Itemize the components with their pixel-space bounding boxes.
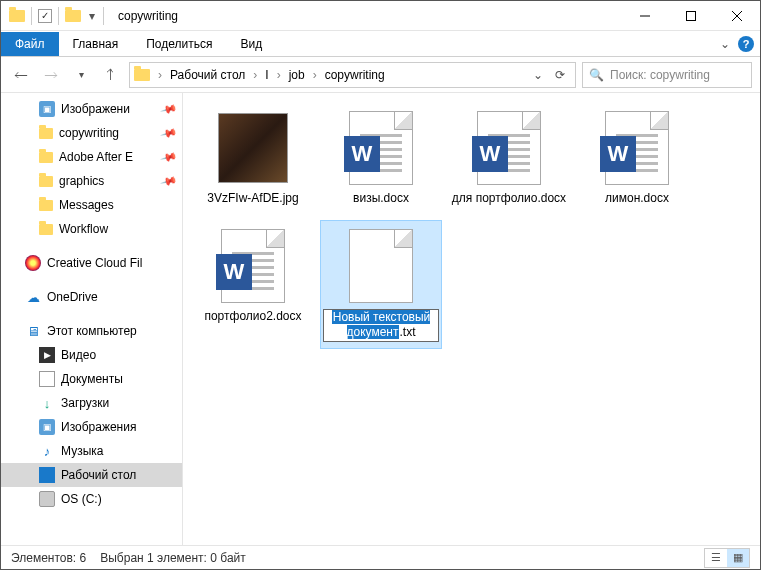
nav-item-creativecloud[interactable]: Creative Cloud Fil <box>1 251 182 275</box>
breadcrumb-segment[interactable]: job <box>285 68 309 82</box>
file-item[interactable]: 3VzFIw-AfDE.jpg <box>193 103 313 213</box>
forward-button[interactable]: 🡒 <box>39 63 63 87</box>
creativecloud-icon <box>25 255 41 271</box>
file-name: портфолио2.docx <box>195 309 311 325</box>
nav-item[interactable]: ▣Изображени📌 <box>1 97 182 121</box>
ribbon-expand-icon[interactable]: ⌄ <box>712 37 738 51</box>
icons-view-button[interactable]: ▦ <box>727 549 749 567</box>
nav-item[interactable]: ▶Видео <box>1 343 182 367</box>
qat-overflow-icon[interactable]: ▾ <box>87 9 97 23</box>
pin-icon: 📌 <box>160 124 179 142</box>
nav-item[interactable]: copywriting📌 <box>1 121 182 145</box>
nav-item[interactable]: Messages <box>1 193 182 217</box>
address-dropdown-icon[interactable]: ⌄ <box>529 68 547 82</box>
separator <box>58 7 59 25</box>
documents-icon <box>39 371 55 387</box>
word-icon: W <box>472 136 508 172</box>
nav-label: graphics <box>59 174 104 188</box>
tab-view[interactable]: Вид <box>226 32 276 56</box>
nav-item[interactable]: graphics📌 <box>1 169 182 193</box>
maximize-button[interactable] <box>668 1 714 31</box>
chevron-right-icon[interactable]: › <box>251 68 259 82</box>
address-bar-row: 🡐 🡒 ▾ 🡑 › Рабочий стол › I › job › copyw… <box>1 57 760 93</box>
desktop-icon <box>39 467 55 483</box>
breadcrumb-segment[interactable]: copywriting <box>321 68 389 82</box>
search-placeholder: Поиск: copywriting <box>610 68 710 82</box>
word-icon: W <box>216 254 252 290</box>
breadcrumb-segment[interactable]: I <box>261 68 272 82</box>
address-bar[interactable]: › Рабочий стол › I › job › copywriting ⌄… <box>129 62 576 88</box>
nav-label: Изображения <box>61 420 136 434</box>
file-item[interactable]: W визы.docx <box>321 103 441 213</box>
chevron-right-icon[interactable]: › <box>311 68 319 82</box>
help-icon[interactable]: ? <box>738 36 754 52</box>
titlebar[interactable]: ✓ ▾ copywriting <box>1 1 760 31</box>
file-name: 3VzFIw-AfDE.jpg <box>195 191 311 207</box>
file-item[interactable]: W портфолио2.docx <box>193 221 313 348</box>
nav-label: Creative Cloud Fil <box>47 256 142 270</box>
body: ▣Изображени📌 copywriting📌 Adobe After E📌… <box>1 93 760 545</box>
pictures-icon: ▣ <box>39 419 55 435</box>
app-icon[interactable] <box>9 10 25 22</box>
back-button[interactable]: 🡐 <box>9 63 33 87</box>
pin-icon: 📌 <box>160 100 179 118</box>
thumbnail: W <box>598 109 676 187</box>
thumbnail <box>342 227 420 305</box>
nav-label: Рабочий стол <box>61 468 136 482</box>
search-input[interactable]: 🔍 Поиск: copywriting <box>582 62 752 88</box>
recent-locations-icon[interactable]: ▾ <box>69 63 93 87</box>
nav-label: copywriting <box>59 126 119 140</box>
chevron-right-icon[interactable]: › <box>275 68 283 82</box>
nav-item[interactable]: OS (C:) <box>1 487 182 511</box>
tab-file[interactable]: Файл <box>1 32 59 56</box>
breadcrumb-segment[interactable]: Рабочий стол <box>166 68 249 82</box>
file-list[interactable]: 3VzFIw-AfDE.jpg W визы.docx W для портфо… <box>183 93 760 545</box>
onedrive-icon: ☁ <box>25 289 41 305</box>
refresh-icon[interactable]: ⟳ <box>549 68 571 82</box>
nav-label: OS (C:) <box>61 492 102 506</box>
nav-item[interactable]: ▣Изображения <box>1 415 182 439</box>
minimize-button[interactable] <box>622 1 668 31</box>
up-button[interactable]: 🡑 <box>99 63 123 87</box>
file-name: для портфолио.docx <box>451 191 567 207</box>
file-item[interactable]: W для портфолио.docx <box>449 103 569 213</box>
navigation-pane[interactable]: ▣Изображени📌 copywriting📌 Adobe After E📌… <box>1 93 183 545</box>
qat-newfolder-icon[interactable] <box>65 10 81 22</box>
nav-item[interactable]: Adobe After E📌 <box>1 145 182 169</box>
location-icon <box>134 69 150 81</box>
nav-item[interactable]: Workflow <box>1 217 182 241</box>
window-title: copywriting <box>112 9 622 23</box>
nav-item[interactable]: Документы <box>1 367 182 391</box>
folder-icon <box>39 152 53 163</box>
tab-home[interactable]: Главная <box>59 32 133 56</box>
chevron-right-icon[interactable]: › <box>156 68 164 82</box>
rename-input[interactable]: Новый текстовый документ.txt <box>323 309 439 342</box>
svg-rect-1 <box>687 11 696 20</box>
details-view-button[interactable]: ☰ <box>705 549 727 567</box>
folder-icon <box>39 200 53 211</box>
file-item-selected[interactable]: Новый текстовый документ.txt <box>321 221 441 348</box>
nav-label: Adobe After E <box>59 150 133 164</box>
close-button[interactable] <box>714 1 760 31</box>
nav-item-desktop[interactable]: Рабочий стол <box>1 463 182 487</box>
pin-icon: 📌 <box>160 148 179 166</box>
nav-label: Видео <box>61 348 96 362</box>
nav-label: OneDrive <box>47 290 98 304</box>
tab-share[interactable]: Поделиться <box>132 32 226 56</box>
status-selection: Выбран 1 элемент: 0 байт <box>100 551 246 565</box>
folder-icon <box>39 224 53 235</box>
nav-label: Workflow <box>59 222 108 236</box>
window-controls <box>622 1 760 31</box>
view-toggle: ☰ ▦ <box>704 548 750 568</box>
qat-properties-icon[interactable]: ✓ <box>38 9 52 23</box>
nav-item-thispc[interactable]: 🖥Этот компьютер <box>1 319 182 343</box>
nav-label: Документы <box>61 372 123 386</box>
image-thumb <box>218 113 288 183</box>
word-icon: W <box>344 136 380 172</box>
nav-item-onedrive[interactable]: ☁OneDrive <box>1 285 182 309</box>
nav-label: Музыка <box>61 444 103 458</box>
file-item[interactable]: W лимон.docx <box>577 103 697 213</box>
nav-item[interactable]: ↓Загрузки <box>1 391 182 415</box>
nav-item[interactable]: ♪Музыка <box>1 439 182 463</box>
pin-icon: 📌 <box>160 172 179 190</box>
